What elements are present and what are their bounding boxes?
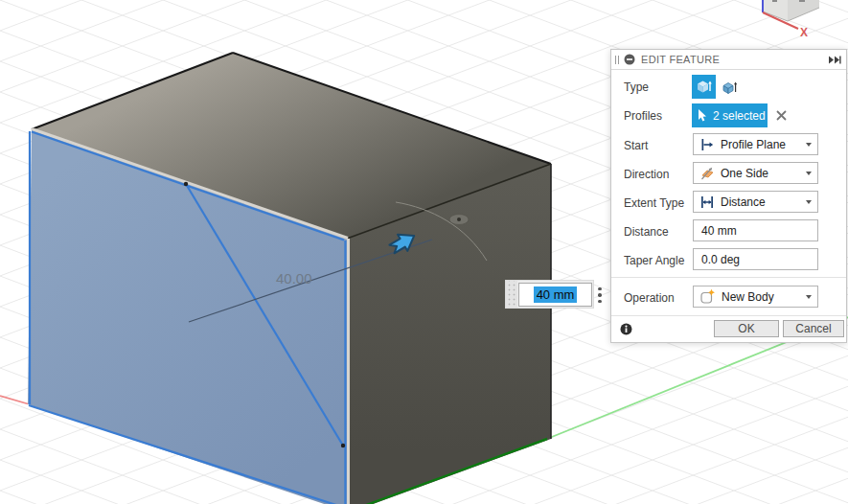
extent-type-label: Extent Type xyxy=(624,196,684,210)
profile-plane-icon xyxy=(699,137,715,152)
minus-circle-icon[interactable] xyxy=(624,54,635,65)
direction-one-side-icon xyxy=(699,166,715,181)
fusion-viewport: 40.00 X 40 mm EDIT FE xyxy=(0,0,848,504)
drag-handle-icon[interactable] xyxy=(506,281,517,308)
start-label: Start xyxy=(624,139,648,152)
dimension-label: 40.00 xyxy=(276,270,312,286)
extent-type-value: Distance xyxy=(721,195,766,209)
row-direction: Direction One Side xyxy=(611,162,846,186)
sketch-point[interactable] xyxy=(341,444,345,447)
profiles-selection-button[interactable]: 2 selected xyxy=(692,103,768,127)
edit-feature-dialog: EDIT FEATURE Type xyxy=(610,49,847,343)
chevron-down-icon xyxy=(806,172,812,175)
dialog-header[interactable]: EDIT FEATURE xyxy=(611,50,846,70)
distance-value: 40 mm xyxy=(701,224,737,238)
taper-handle[interactable] xyxy=(449,215,469,225)
direction-value: One Side xyxy=(721,167,768,180)
kebab-menu-icon[interactable] xyxy=(596,287,604,303)
ok-button[interactable]: OK xyxy=(714,320,779,337)
view-cube[interactable]: X xyxy=(763,0,819,39)
start-value: Profile Plane xyxy=(721,138,786,151)
distance-input[interactable]: 40 mm xyxy=(693,219,818,241)
cancel-button[interactable]: Cancel xyxy=(783,320,844,337)
extent-distance-icon xyxy=(699,195,715,210)
info-icon[interactable] xyxy=(620,323,632,335)
chevron-down-icon xyxy=(806,143,812,147)
row-distance: Distance 40 mm xyxy=(611,219,846,243)
taper-angle-value: 0.0 deg xyxy=(701,253,740,266)
row-start: Start Profile Plane xyxy=(611,133,846,157)
divider xyxy=(611,277,846,278)
direction-dropdown[interactable]: One Side xyxy=(693,162,818,184)
start-dropdown[interactable]: Profile Plane xyxy=(693,133,818,155)
sketch-point[interactable] xyxy=(184,182,188,186)
extrude-surface-icon[interactable] xyxy=(719,77,740,98)
divider xyxy=(611,315,846,316)
extrude-solid-icon[interactable] xyxy=(692,75,716,99)
dialog-title: EDIT FEATURE xyxy=(641,54,720,65)
taper-angle-label: Taper Angle xyxy=(624,254,684,267)
direction-label: Direction xyxy=(624,168,669,181)
dimension-input-popover: 40 mm xyxy=(505,280,594,309)
taper-angle-input[interactable]: 0.0 deg xyxy=(693,248,818,270)
double-arrow-icon[interactable] xyxy=(829,56,841,64)
profiles-count: 2 selected xyxy=(713,109,766,123)
extent-type-dropdown[interactable]: Distance xyxy=(693,191,818,213)
drag-handle-icon[interactable] xyxy=(615,56,619,64)
row-extent-type: Extent Type Distance xyxy=(611,191,846,215)
chevron-down-icon xyxy=(806,200,812,204)
distance-label: Distance xyxy=(624,225,669,239)
close-x-icon[interactable] xyxy=(775,109,788,122)
row-taper-angle: Taper Angle 0.0 deg xyxy=(611,248,846,272)
profiles-label: Profiles xyxy=(624,109,662,123)
chevron-down-icon xyxy=(806,295,812,299)
distance-manipulator-input[interactable]: 40 mm xyxy=(518,283,592,307)
distance-input-selected-text: 40 mm xyxy=(534,286,578,303)
row-operation: Operation New Body xyxy=(611,286,846,309)
viewcube-x-label: X xyxy=(800,26,808,39)
operation-dropdown[interactable]: New Body xyxy=(693,286,818,308)
cursor-select-icon xyxy=(698,109,708,123)
new-body-icon xyxy=(699,288,716,305)
operation-label: Operation xyxy=(624,291,675,305)
row-profiles: Profiles 2 selected xyxy=(611,103,846,127)
operation-value: New Body xyxy=(722,290,774,304)
type-label: Type xyxy=(624,80,649,94)
